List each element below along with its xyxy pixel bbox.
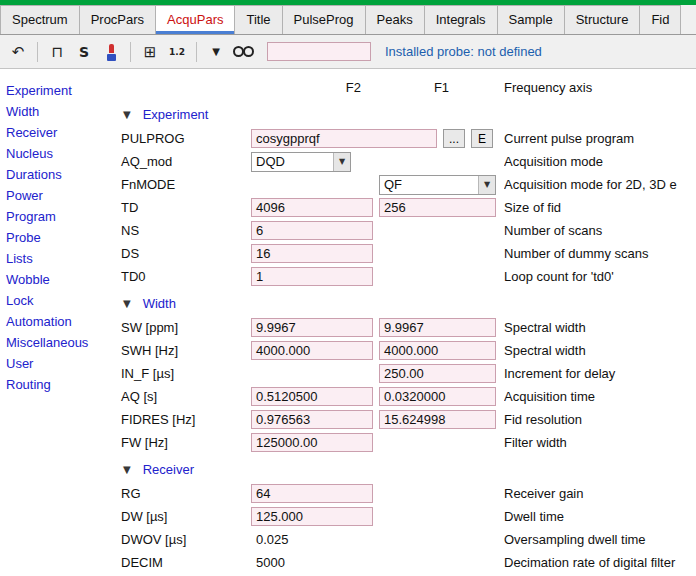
sidebar-item-power[interactable]: Power — [6, 185, 116, 206]
sidebar-item-width[interactable]: Width — [6, 101, 116, 122]
select-value: QF — [380, 176, 478, 194]
f1-value-input[interactable]: 0.0320000 — [379, 387, 496, 406]
tab-title[interactable]: Title — [234, 5, 282, 34]
chevron-down-icon: ▼ — [333, 153, 350, 171]
sidebar-item-durations[interactable]: Durations — [6, 164, 116, 185]
chevron-down-icon: ▼ — [478, 176, 495, 194]
section-title: Width — [143, 296, 176, 311]
parameter-row: SW [ppm]9.99679.9967Spectral width — [116, 316, 696, 339]
f1-value-input[interactable]: 9.9967 — [379, 318, 496, 337]
parameter-row: AQ [s]0.51205000.0320000Acquisition time — [116, 385, 696, 408]
probe-icon[interactable] — [99, 40, 123, 64]
sidebar-item-program[interactable]: Program — [6, 206, 116, 227]
section-header-receiver[interactable]: ▼Receiver — [116, 456, 696, 482]
browse-button[interactable]: ... — [443, 129, 465, 148]
sidebar-item-lock[interactable]: Lock — [6, 290, 116, 311]
toolbar: ↶⊓S⊞1.2▼ Installed probe: not defined — [0, 35, 696, 69]
tab-integrals[interactable]: Integrals — [424, 5, 498, 34]
tab-procpars[interactable]: ProcPars — [79, 5, 156, 34]
s-icon[interactable]: S — [72, 40, 96, 64]
f2-readonly-value: 0.025 — [251, 532, 289, 547]
parameter-label: FnMODE — [116, 177, 251, 192]
parameter-row: NS6Number of scans — [116, 219, 696, 242]
pulse-icon[interactable]: ⊓ — [45, 40, 69, 64]
f2-cell: 1 — [251, 267, 379, 286]
parameter-label: TD0 — [116, 269, 251, 284]
f2-select[interactable]: DQD▼ — [251, 152, 351, 172]
parameter-label: AQ [s] — [116, 389, 251, 404]
sidebar-item-miscellaneous[interactable]: Miscellaneous — [6, 332, 116, 353]
f2-cell: cosygpprqf...E — [251, 129, 504, 148]
sidebar-item-receiver[interactable]: Receiver — [6, 122, 116, 143]
column-header-frequency-axis: Frequency axis — [504, 80, 696, 95]
parameter-label: DW [µs] — [116, 509, 251, 524]
tab-peaks[interactable]: Peaks — [365, 5, 425, 34]
f2-value-input[interactable]: 4096 — [251, 198, 373, 217]
parameter-label: PULPROG — [116, 131, 251, 146]
sidebar-item-lists[interactable]: Lists — [6, 248, 116, 269]
f1-cell: 250.00 — [379, 364, 504, 383]
numbering-icon[interactable]: 1.2 — [165, 40, 189, 64]
sidebar-item-automation[interactable]: Automation — [6, 311, 116, 332]
f2-value-input[interactable]: cosygpprqf — [251, 129, 437, 148]
sidebar-item-wobble[interactable]: Wobble — [6, 269, 116, 290]
toolbar-icons: ↶⊓S⊞1.2▼ — [6, 40, 255, 64]
f2-value-input[interactable]: 9.9967 — [251, 318, 373, 337]
toolbar-separator — [37, 42, 38, 62]
sidebar: ExperimentWidthReceiverNucleusDurationsP… — [0, 69, 116, 576]
sidebar-item-routing[interactable]: Routing — [6, 374, 116, 395]
undo-icon[interactable]: ↶ — [6, 40, 30, 64]
f2-cell: 4000.000 — [251, 341, 379, 360]
collapse-triangle-icon: ▼ — [123, 298, 131, 309]
matrix-icon[interactable]: ⊞ — [138, 40, 162, 64]
column-headers: F2 F1 Frequency axis — [116, 75, 696, 99]
f2-value-input[interactable]: 0.5120500 — [251, 387, 373, 406]
f2-value-input[interactable]: 125.000 — [251, 507, 373, 526]
section-title: Experiment — [143, 107, 209, 122]
section-header-experiment[interactable]: ▼Experiment — [116, 101, 696, 127]
parameter-row: TD4096256Size of fid — [116, 196, 696, 219]
parameter-row: SWH [Hz]4000.0004000.000Spectral width — [116, 339, 696, 362]
parameter-label: IN_F [µs] — [116, 366, 251, 381]
f1-cell: 0.0320000 — [379, 387, 504, 406]
f2-cell: 9.9967 — [251, 318, 379, 337]
f2-value-input[interactable]: 16 — [251, 244, 373, 263]
f1-value-input[interactable]: 250.00 — [379, 364, 496, 383]
f2-value-input[interactable]: 0.976563 — [251, 410, 373, 429]
tab-structure[interactable]: Structure — [564, 5, 641, 34]
dropdown-icon[interactable]: ▼ — [204, 40, 228, 64]
f1-cell: QF▼ — [379, 175, 504, 195]
tab-spectrum[interactable]: Spectrum — [0, 5, 80, 34]
f2-value-input[interactable]: 64 — [251, 484, 373, 503]
parameter-label: FIDRES [Hz] — [116, 412, 251, 427]
f2-value-input[interactable]: 4000.000 — [251, 341, 373, 360]
f1-value-input[interactable]: 4000.000 — [379, 341, 496, 360]
f2-cell: 0.5120500 — [251, 387, 379, 406]
sidebar-item-user[interactable]: User — [6, 353, 116, 374]
f2-cell: 64 — [251, 484, 379, 503]
f2-value-input[interactable]: 1 — [251, 267, 373, 286]
tab-acqupars[interactable]: AcquPars — [155, 5, 235, 34]
sidebar-item-nucleus[interactable]: Nucleus — [6, 143, 116, 164]
f2-value-input[interactable]: 125000.00 — [251, 433, 373, 452]
edit-button[interactable]: E — [471, 129, 493, 148]
search-icon[interactable] — [231, 40, 255, 64]
parameter-row: FW [Hz]125000.00Filter width — [116, 431, 696, 454]
parameter-search-input[interactable] — [267, 42, 371, 61]
sidebar-item-experiment[interactable]: Experiment — [6, 80, 116, 101]
f1-select[interactable]: QF▼ — [379, 175, 496, 195]
parameter-label: NS — [116, 223, 251, 238]
f2-value-input[interactable]: 6 — [251, 221, 373, 240]
sidebar-item-probe[interactable]: Probe — [6, 227, 116, 248]
parameter-row: DECIM5000Decimation rate of digital filt… — [116, 551, 696, 574]
tab-fid[interactable]: Fid — [639, 5, 681, 34]
toolbar-separator — [130, 42, 131, 62]
f1-value-input[interactable]: 256 — [379, 198, 496, 217]
f1-value-input[interactable]: 15.624998 — [379, 410, 496, 429]
parameter-row: DW [µs]125.000Dwell time — [116, 505, 696, 528]
tab-sample[interactable]: Sample — [497, 5, 565, 34]
parameter-label: RG — [116, 486, 251, 501]
parameter-sections: ▼ExperimentPULPROGcosygpprqf...ECurrent … — [116, 101, 696, 574]
tab-pulseprog[interactable]: PulseProg — [282, 5, 366, 34]
section-header-width[interactable]: ▼Width — [116, 290, 696, 316]
